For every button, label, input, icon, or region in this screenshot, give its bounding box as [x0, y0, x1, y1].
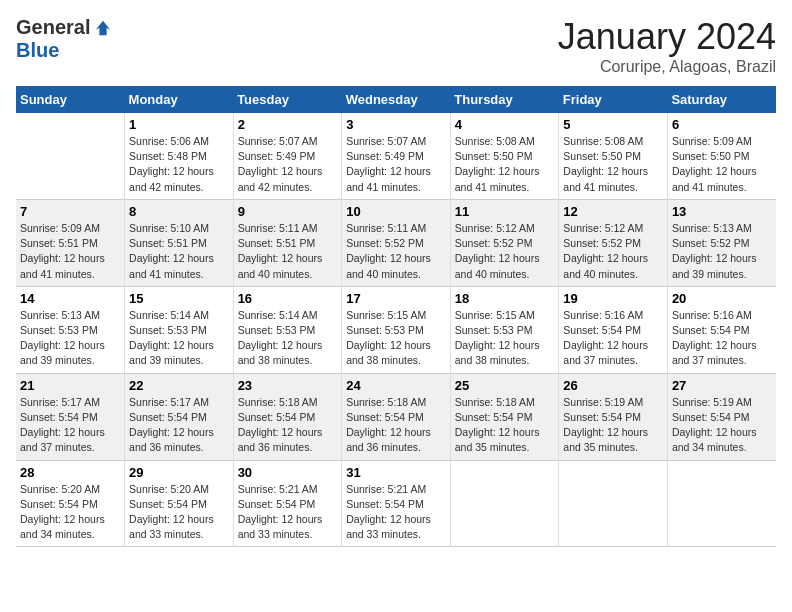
header-row: Sunday Monday Tuesday Wednesday Thursday…: [16, 86, 776, 113]
cell-content: Sunrise: 5:18 AMSunset: 5:54 PMDaylight:…: [346, 395, 446, 456]
day-number: 5: [563, 117, 663, 132]
svg-marker-0: [96, 20, 110, 34]
calendar-cell: 18Sunrise: 5:15 AMSunset: 5:53 PMDayligh…: [450, 286, 559, 373]
calendar-cell: 21Sunrise: 5:17 AMSunset: 5:54 PMDayligh…: [16, 373, 125, 460]
cell-content: Sunrise: 5:13 AMSunset: 5:53 PMDaylight:…: [20, 308, 120, 369]
cell-content: Sunrise: 5:20 AMSunset: 5:54 PMDaylight:…: [20, 482, 120, 543]
calendar-cell: 6Sunrise: 5:09 AMSunset: 5:50 PMDaylight…: [667, 113, 776, 199]
page-header: General Blue January 2024 Coruripe, Alag…: [16, 16, 776, 76]
calendar-cell: 15Sunrise: 5:14 AMSunset: 5:53 PMDayligh…: [125, 286, 234, 373]
calendar-cell: 14Sunrise: 5:13 AMSunset: 5:53 PMDayligh…: [16, 286, 125, 373]
cell-content: Sunrise: 5:20 AMSunset: 5:54 PMDaylight:…: [129, 482, 229, 543]
day-number: 25: [455, 378, 555, 393]
calendar-header: Sunday Monday Tuesday Wednesday Thursday…: [16, 86, 776, 113]
cell-content: Sunrise: 5:08 AMSunset: 5:50 PMDaylight:…: [563, 134, 663, 195]
cell-content: Sunrise: 5:15 AMSunset: 5:53 PMDaylight:…: [346, 308, 446, 369]
day-number: 6: [672, 117, 772, 132]
calendar-cell: [559, 460, 668, 547]
header-tuesday: Tuesday: [233, 86, 342, 113]
header-wednesday: Wednesday: [342, 86, 451, 113]
table-row: 21Sunrise: 5:17 AMSunset: 5:54 PMDayligh…: [16, 373, 776, 460]
calendar-cell: 11Sunrise: 5:12 AMSunset: 5:52 PMDayligh…: [450, 199, 559, 286]
day-number: 21: [20, 378, 120, 393]
cell-content: Sunrise: 5:19 AMSunset: 5:54 PMDaylight:…: [672, 395, 772, 456]
day-number: 24: [346, 378, 446, 393]
header-friday: Friday: [559, 86, 668, 113]
cell-content: Sunrise: 5:08 AMSunset: 5:50 PMDaylight:…: [455, 134, 555, 195]
calendar-cell: 7Sunrise: 5:09 AMSunset: 5:51 PMDaylight…: [16, 199, 125, 286]
header-monday: Monday: [125, 86, 234, 113]
cell-content: Sunrise: 5:14 AMSunset: 5:53 PMDaylight:…: [129, 308, 229, 369]
calendar-cell: 23Sunrise: 5:18 AMSunset: 5:54 PMDayligh…: [233, 373, 342, 460]
calendar-cell: 13Sunrise: 5:13 AMSunset: 5:52 PMDayligh…: [667, 199, 776, 286]
logo-icon: [94, 19, 112, 37]
cell-content: Sunrise: 5:18 AMSunset: 5:54 PMDaylight:…: [455, 395, 555, 456]
day-number: 8: [129, 204, 229, 219]
cell-content: Sunrise: 5:21 AMSunset: 5:54 PMDaylight:…: [238, 482, 338, 543]
cell-content: Sunrise: 5:09 AMSunset: 5:51 PMDaylight:…: [20, 221, 120, 282]
calendar-cell: 8Sunrise: 5:10 AMSunset: 5:51 PMDaylight…: [125, 199, 234, 286]
day-number: 12: [563, 204, 663, 219]
day-number: 4: [455, 117, 555, 132]
calendar-cell: [450, 460, 559, 547]
calendar-cell: 3Sunrise: 5:07 AMSunset: 5:49 PMDaylight…: [342, 113, 451, 199]
location: Coruripe, Alagoas, Brazil: [558, 58, 776, 76]
day-number: 14: [20, 291, 120, 306]
day-number: 13: [672, 204, 772, 219]
day-number: 31: [346, 465, 446, 480]
cell-content: Sunrise: 5:17 AMSunset: 5:54 PMDaylight:…: [129, 395, 229, 456]
day-number: 26: [563, 378, 663, 393]
cell-content: Sunrise: 5:19 AMSunset: 5:54 PMDaylight:…: [563, 395, 663, 456]
day-number: 10: [346, 204, 446, 219]
calendar-cell: 10Sunrise: 5:11 AMSunset: 5:52 PMDayligh…: [342, 199, 451, 286]
cell-content: Sunrise: 5:09 AMSunset: 5:50 PMDaylight:…: [672, 134, 772, 195]
title-section: January 2024 Coruripe, Alagoas, Brazil: [558, 16, 776, 76]
calendar-cell: 22Sunrise: 5:17 AMSunset: 5:54 PMDayligh…: [125, 373, 234, 460]
cell-content: Sunrise: 5:15 AMSunset: 5:53 PMDaylight:…: [455, 308, 555, 369]
table-row: 1Sunrise: 5:06 AMSunset: 5:48 PMDaylight…: [16, 113, 776, 199]
calendar-cell: [667, 460, 776, 547]
day-number: 19: [563, 291, 663, 306]
calendar-cell: 4Sunrise: 5:08 AMSunset: 5:50 PMDaylight…: [450, 113, 559, 199]
day-number: 11: [455, 204, 555, 219]
logo: General Blue: [16, 16, 112, 62]
calendar-cell: [16, 113, 125, 199]
calendar-cell: 25Sunrise: 5:18 AMSunset: 5:54 PMDayligh…: [450, 373, 559, 460]
cell-content: Sunrise: 5:07 AMSunset: 5:49 PMDaylight:…: [346, 134, 446, 195]
day-number: 28: [20, 465, 120, 480]
logo-blue-text: Blue: [16, 39, 59, 62]
cell-content: Sunrise: 5:18 AMSunset: 5:54 PMDaylight:…: [238, 395, 338, 456]
day-number: 20: [672, 291, 772, 306]
calendar-cell: 2Sunrise: 5:07 AMSunset: 5:49 PMDaylight…: [233, 113, 342, 199]
calendar-cell: 30Sunrise: 5:21 AMSunset: 5:54 PMDayligh…: [233, 460, 342, 547]
table-row: 7Sunrise: 5:09 AMSunset: 5:51 PMDaylight…: [16, 199, 776, 286]
day-number: 22: [129, 378, 229, 393]
header-saturday: Saturday: [667, 86, 776, 113]
calendar-cell: 12Sunrise: 5:12 AMSunset: 5:52 PMDayligh…: [559, 199, 668, 286]
calendar-cell: 19Sunrise: 5:16 AMSunset: 5:54 PMDayligh…: [559, 286, 668, 373]
calendar-cell: 26Sunrise: 5:19 AMSunset: 5:54 PMDayligh…: [559, 373, 668, 460]
month-title: January 2024: [558, 16, 776, 58]
day-number: 27: [672, 378, 772, 393]
day-number: 18: [455, 291, 555, 306]
header-sunday: Sunday: [16, 86, 125, 113]
calendar-cell: 17Sunrise: 5:15 AMSunset: 5:53 PMDayligh…: [342, 286, 451, 373]
cell-content: Sunrise: 5:21 AMSunset: 5:54 PMDaylight:…: [346, 482, 446, 543]
table-row: 14Sunrise: 5:13 AMSunset: 5:53 PMDayligh…: [16, 286, 776, 373]
day-number: 15: [129, 291, 229, 306]
calendar-cell: 16Sunrise: 5:14 AMSunset: 5:53 PMDayligh…: [233, 286, 342, 373]
cell-content: Sunrise: 5:12 AMSunset: 5:52 PMDaylight:…: [455, 221, 555, 282]
calendar-cell: 1Sunrise: 5:06 AMSunset: 5:48 PMDaylight…: [125, 113, 234, 199]
calendar-cell: 28Sunrise: 5:20 AMSunset: 5:54 PMDayligh…: [16, 460, 125, 547]
cell-content: Sunrise: 5:11 AMSunset: 5:52 PMDaylight:…: [346, 221, 446, 282]
calendar-cell: 29Sunrise: 5:20 AMSunset: 5:54 PMDayligh…: [125, 460, 234, 547]
cell-content: Sunrise: 5:16 AMSunset: 5:54 PMDaylight:…: [672, 308, 772, 369]
day-number: 1: [129, 117, 229, 132]
cell-content: Sunrise: 5:13 AMSunset: 5:52 PMDaylight:…: [672, 221, 772, 282]
day-number: 17: [346, 291, 446, 306]
cell-content: Sunrise: 5:12 AMSunset: 5:52 PMDaylight:…: [563, 221, 663, 282]
cell-content: Sunrise: 5:10 AMSunset: 5:51 PMDaylight:…: [129, 221, 229, 282]
day-number: 29: [129, 465, 229, 480]
day-number: 7: [20, 204, 120, 219]
day-number: 9: [238, 204, 338, 219]
